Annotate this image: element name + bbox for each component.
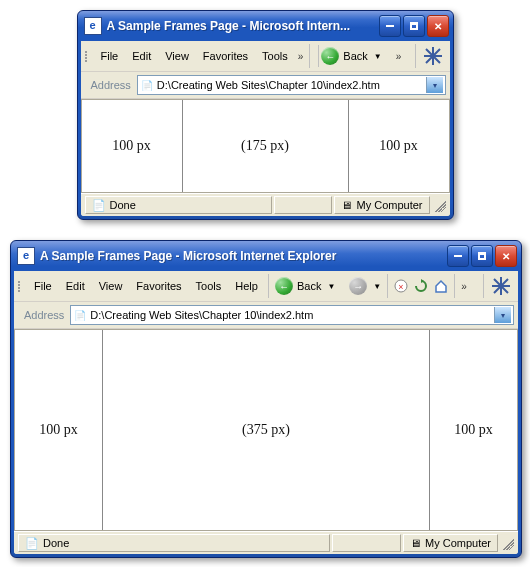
menubar: File Edit View Favorites Tools Help ← Ba… <box>14 271 518 302</box>
status-spacer <box>274 196 333 214</box>
menu-view[interactable]: View <box>93 278 129 294</box>
close-button[interactable]: ✕ <box>495 245 517 267</box>
back-button-label: Back <box>343 50 367 62</box>
browser-window: e A Sample Frames Page - Microsoft Inter… <box>77 10 454 220</box>
window-title: A Sample Frames Page - Microsoft Interne… <box>40 249 447 263</box>
address-label: Address <box>22 309 66 321</box>
window-title: A Sample Frames Page - Microsoft Intern.… <box>107 19 379 33</box>
status-bar: 📄 Done 🖥 My Computer <box>81 193 450 216</box>
status-done-text: Done <box>43 537 69 549</box>
toolbar-overflow-icon[interactable]: » <box>394 51 404 62</box>
svg-text:×: × <box>399 282 404 292</box>
dropdown-arrow-icon[interactable]: ▼ <box>372 52 384 61</box>
toolbar-overflow-icon[interactable]: » <box>459 281 469 292</box>
html-document-icon: 📄 <box>140 78 154 92</box>
toolbar-separator <box>268 274 269 298</box>
computer-icon: 🖥 <box>341 199 352 211</box>
address-path: D:\Creating Web Sites\Chapter 10\index2.… <box>157 79 426 91</box>
rebar-grip-icon[interactable] <box>85 51 90 62</box>
toolbar-separator <box>454 274 455 298</box>
titlebar[interactable]: e A Sample Frames Page - Microsoft Inter… <box>78 11 453 41</box>
rebar-grip-icon[interactable] <box>18 281 23 292</box>
dropdown-arrow-icon[interactable]: ▼ <box>371 282 383 291</box>
back-button-label: Back <box>297 280 321 292</box>
status-zone-text: My Computer <box>356 199 422 211</box>
minimize-button[interactable] <box>379 15 401 37</box>
frames-content: 100 px (375 px) 100 px <box>14 329 518 531</box>
menu-view[interactable]: View <box>159 48 195 64</box>
status-panel-zone: 🖥 My Computer <box>334 196 429 214</box>
computer-icon: 🖥 <box>410 537 421 549</box>
address-dropdown-icon[interactable]: ▾ <box>494 307 511 323</box>
minimize-button[interactable] <box>447 245 469 267</box>
menu-file[interactable]: File <box>95 48 125 64</box>
address-bar: Address 📄 D:\Creating Web Sites\Chapter … <box>14 302 518 329</box>
ie-throbber-icon <box>415 44 446 68</box>
menu-edit[interactable]: Edit <box>60 278 91 294</box>
browser-window: e A Sample Frames Page - Microsoft Inter… <box>10 240 522 558</box>
menu-tools[interactable]: Tools <box>190 278 228 294</box>
status-panel-done: 📄 Done <box>18 534 330 552</box>
status-panel-done: 📄 Done <box>85 196 272 214</box>
menu-edit[interactable]: Edit <box>126 48 157 64</box>
client-area: File Edit View Favorites Tools » ← Back … <box>81 41 450 216</box>
menu-favorites[interactable]: Favorites <box>130 278 187 294</box>
address-dropdown-icon[interactable]: ▾ <box>426 77 443 93</box>
done-icon: 📄 <box>25 537 39 550</box>
status-zone-text: My Computer <box>425 537 491 549</box>
refresh-button[interactable] <box>412 277 430 295</box>
address-field[interactable]: 📄 D:\Creating Web Sites\Chapter 10\index… <box>137 75 446 95</box>
dropdown-arrow-icon[interactable]: ▼ <box>325 282 337 291</box>
frame-center: (375 px) <box>103 330 430 530</box>
frame-left: 100 px <box>15 330 103 530</box>
menu-help[interactable]: Help <box>229 278 264 294</box>
back-button[interactable]: ← Back ▼ <box>318 45 391 67</box>
status-panel-zone: 🖥 My Computer <box>403 534 498 552</box>
address-label: Address <box>89 79 133 91</box>
back-button[interactable]: ← Back ▼ <box>273 275 345 297</box>
forward-button[interactable]: → <box>349 277 367 295</box>
stop-button[interactable]: × <box>392 277 410 295</box>
titlebar[interactable]: e A Sample Frames Page - Microsoft Inter… <box>11 241 521 271</box>
frame-left: 100 px <box>82 100 183 192</box>
menubar: File Edit View Favorites Tools » ← Back … <box>81 41 450 72</box>
frames-content: 100 px (175 px) 100 px <box>81 99 450 193</box>
ie-app-icon: e <box>84 17 102 35</box>
home-button[interactable] <box>432 277 450 295</box>
resize-grip-icon[interactable] <box>432 198 446 212</box>
html-document-icon: 📄 <box>73 308 87 322</box>
back-arrow-icon: ← <box>321 47 339 65</box>
status-done-text: Done <box>110 199 136 211</box>
ie-throbber-icon <box>483 274 514 298</box>
address-path: D:\Creating Web Sites\Chapter 10\index2.… <box>90 309 494 321</box>
toolbar-overflow-icon[interactable]: » <box>296 51 306 62</box>
close-button[interactable]: ✕ <box>427 15 449 37</box>
maximize-button[interactable] <box>471 245 493 267</box>
done-icon: 📄 <box>92 199 106 212</box>
maximize-button[interactable] <box>403 15 425 37</box>
address-bar: Address 📄 D:\Creating Web Sites\Chapter … <box>81 72 450 99</box>
menu-tools[interactable]: Tools <box>256 48 294 64</box>
status-spacer <box>332 534 401 552</box>
toolbar-separator <box>387 274 388 298</box>
client-area: File Edit View Favorites Tools Help ← Ba… <box>14 271 518 554</box>
menu-favorites[interactable]: Favorites <box>197 48 254 64</box>
status-bar: 📄 Done 🖥 My Computer <box>14 531 518 554</box>
back-arrow-icon: ← <box>275 277 293 295</box>
resize-grip-icon[interactable] <box>500 536 514 550</box>
toolbar-separator <box>309 44 310 68</box>
frame-center: (175 px) <box>183 100 349 192</box>
frame-right: 100 px <box>430 330 517 530</box>
menu-file[interactable]: File <box>28 278 58 294</box>
frame-right: 100 px <box>349 100 449 192</box>
ie-app-icon: e <box>17 247 35 265</box>
address-field[interactable]: 📄 D:\Creating Web Sites\Chapter 10\index… <box>70 305 514 325</box>
